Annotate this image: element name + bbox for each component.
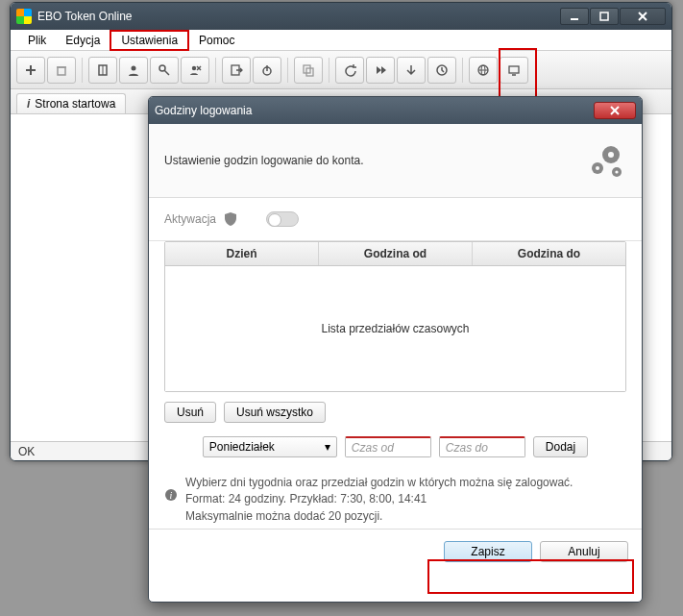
time-from-input[interactable]: Czas od [345,436,431,457]
svg-point-13 [192,65,196,69]
close-button[interactable] [620,8,666,25]
day-select[interactable]: Poniedziałek ▾ [203,436,337,457]
svg-point-34 [615,170,618,173]
export-icon[interactable] [222,57,251,84]
hint-line1: Wybierz dni tygodnia oraz przedział godz… [185,475,626,491]
svg-point-30 [608,152,614,158]
toolbar [11,51,671,89]
add-button[interactable]: Dodaj [533,436,588,457]
highlight-footer-buttons [427,559,634,594]
hint-block: i Wybierz dni tygodnia oraz przedział go… [149,461,642,529]
svg-rect-1 [600,12,608,20]
dialog-heading: Ustawienie godzin logowanie do konta. [164,154,363,167]
svg-point-10 [132,65,136,70]
book-icon[interactable] [88,57,117,84]
table-empty: Lista przedziałów czasowych [165,266,625,391]
time-from-placeholder: Czas od [352,441,394,455]
hint-line3: Maksymalnie można dodać 20 pozycji. [185,508,626,525]
forward-icon[interactable] [366,57,395,84]
empty-text: Lista przedziałów czasowych [321,322,469,335]
app-icon [16,9,32,24]
shield-icon [224,211,237,227]
svg-line-12 [164,70,169,75]
activation-toggle[interactable] [266,211,299,227]
time-to-input[interactable]: Czas do [439,436,525,457]
activation-row: Aktywacja [149,198,642,241]
table-header: Dzień Godzina od Godzina do [165,242,625,266]
app-title: EBO Token Online [37,10,133,23]
col-to: Godzina do [473,242,625,265]
svg-point-32 [596,166,599,170]
day-select-value: Poniedziałek [209,440,275,454]
key-icon[interactable] [150,57,179,84]
menu-ustawienia[interactable]: Ustawienia [110,30,189,51]
menu-plik[interactable]: Plik [18,32,56,49]
dialog-close-button[interactable] [594,102,636,119]
undo-icon[interactable] [335,57,364,84]
delete-button[interactable]: Usuń [164,402,216,423]
minimize-button[interactable] [560,8,589,25]
user-remove-icon[interactable] [181,57,209,84]
hint-line2: Format: 24 godziny. Przykład: 7:30, 8:00… [185,491,626,507]
svg-rect-6 [58,67,65,75]
power-icon[interactable] [253,57,281,84]
main-titlebar[interactable]: EBO Token Online [11,3,671,30]
info-icon: i [164,488,178,502]
menu-pomoc[interactable]: Pomoc [189,32,244,49]
globe-icon[interactable] [469,57,498,84]
dialog-title: Godziny logowania [155,104,252,117]
activation-label: Aktywacja [164,212,216,226]
dialog-header: Ustawienie godzin logowanie do konta. [149,124,642,198]
gears-icon [584,141,626,180]
menu-edycja[interactable]: Edycja [56,32,110,49]
maximize-button[interactable] [590,8,619,25]
down-icon[interactable] [397,57,426,84]
tab-startpage[interactable]: i Strona startowa [16,93,126,113]
tab-label: Strona startowa [35,97,115,111]
dialog-login-hours: Godziny logowania Ustawienie godzin logo… [148,96,643,603]
plus-icon[interactable] [16,57,45,84]
info-icon: i [27,97,30,111]
menubar: Plik Edycja Ustawienia Pomoc [11,30,671,51]
col-day: Dzień [165,242,319,265]
hours-table: Dzień Godzina od Godzina do Lista przedz… [164,241,626,392]
add-row: Poniedziałek ▾ Czas od Czas do Dodaj [149,427,642,461]
copy-icon[interactable] [294,57,323,84]
remove-row: Usuń Usuń wszystko [149,392,642,427]
status-text: OK [18,445,35,458]
svg-text:i: i [170,490,173,501]
trash-icon[interactable] [47,57,76,84]
delete-all-button[interactable]: Usuń wszystko [224,402,326,423]
time-to-placeholder: Czas do [446,441,488,455]
col-from: Godzina od [319,242,473,265]
chevron-down-icon: ▾ [325,440,330,454]
dialog-titlebar[interactable]: Godziny logowania [149,97,642,124]
user-icon[interactable] [119,57,148,84]
clock-icon[interactable] [427,57,456,84]
